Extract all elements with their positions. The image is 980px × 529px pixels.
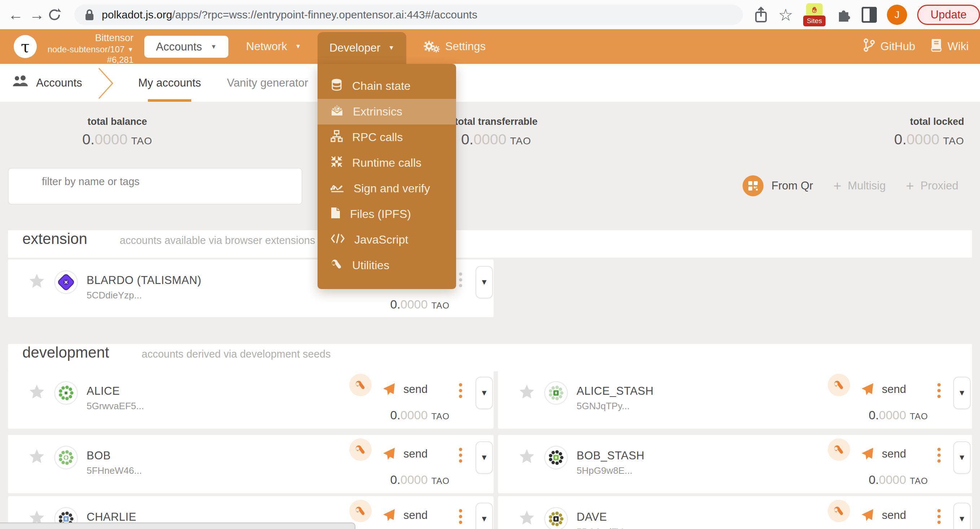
identicon[interactable] <box>54 381 78 405</box>
row-menu-dots[interactable] <box>459 383 462 398</box>
dev-wrench-icon <box>349 438 372 461</box>
row-menu-dots[interactable] <box>937 509 941 524</box>
menu-item-extrinsics[interactable]: Extrinsics <box>318 99 456 124</box>
account-address[interactable]: 5CDdieYzp... <box>87 290 142 301</box>
account-actions: From Qr + Multisig + Proxied <box>743 175 958 196</box>
chain-info[interactable]: Bittensor node-subtensor/107▼ #6,281 <box>40 32 134 65</box>
account-name[interactable]: BOB_STASH <box>577 449 644 462</box>
account-address[interactable]: 5FHneW46... <box>87 465 142 476</box>
favorite-star-icon[interactable] <box>519 511 535 527</box>
account-name[interactable]: CHARLIE <box>87 511 137 524</box>
menu-item-files-ipfs[interactable]: Files (IPFS) <box>318 201 456 227</box>
send-button[interactable]: send <box>860 447 906 461</box>
favorite-star-icon[interactable] <box>29 449 45 466</box>
nav-settings-label: Settings <box>445 40 486 53</box>
send-button[interactable]: send <box>860 382 906 396</box>
menu-item-runtime-calls[interactable]: Runtime calls <box>318 150 456 176</box>
paper-plane-icon <box>382 447 396 461</box>
menu-item-javascript[interactable]: JavaScript <box>318 227 456 253</box>
expand-caret-button[interactable]: ▼ <box>476 503 493 529</box>
send-button[interactable]: send <box>382 382 428 396</box>
proxied-button[interactable]: + Proxied <box>906 179 958 193</box>
account-name[interactable]: ALICE_STASH <box>577 385 654 398</box>
favorite-star-icon[interactable] <box>519 385 535 401</box>
github-link[interactable]: GitHub <box>863 29 915 64</box>
reload-icon[interactable] <box>47 8 68 22</box>
menu-item-label: Chain state <box>352 80 410 93</box>
bittensor-logo[interactable]: τ <box>14 35 37 58</box>
tab-my-accounts[interactable]: My accounts <box>138 64 201 102</box>
account-name[interactable]: ALICE <box>87 385 120 398</box>
account-name[interactable]: BOB <box>87 449 111 462</box>
favorite-star-icon[interactable] <box>519 449 535 466</box>
proxied-label: Proxied <box>921 179 958 192</box>
account-address[interactable]: 5GrwvaEF5... <box>87 400 144 412</box>
send-button[interactable]: send <box>382 508 428 522</box>
send-button[interactable]: send <box>860 508 906 522</box>
section-description: accounts derived via development seeds <box>142 348 331 360</box>
row-menu-dots[interactable] <box>937 383 941 398</box>
back-icon[interactable]: ← <box>5 7 26 22</box>
identicon[interactable] <box>544 381 568 405</box>
account-balance: 0.0000TAO <box>869 408 928 422</box>
row-menu-dots[interactable] <box>459 272 462 287</box>
qr-icon <box>743 175 764 196</box>
address-bar[interactable]: polkadot.js.org/apps/?rpc=wss://entrypoi… <box>74 5 743 25</box>
nav-developer-button[interactable]: Developer▼ <box>318 32 406 64</box>
account-name[interactable]: BLARDO (TALISMAN) <box>87 274 201 287</box>
identicon[interactable] <box>54 270 78 294</box>
nav-settings-button[interactable]: Settings <box>423 29 486 64</box>
extensions-puzzle-icon[interactable] <box>836 7 851 23</box>
tab-vanity-generator[interactable]: Vanity generator <box>227 64 308 102</box>
expand-caret-button[interactable]: ▼ <box>953 441 970 474</box>
nav-accounts-button[interactable]: Accounts▼ <box>144 36 228 58</box>
forward-icon[interactable]: → <box>26 7 48 22</box>
multisig-button[interactable]: + Multisig <box>833 179 886 193</box>
row-menu-dots[interactable] <box>459 509 462 524</box>
identicon[interactable] <box>544 446 568 470</box>
identicon[interactable] <box>544 507 568 529</box>
paper-plane-icon <box>860 508 875 522</box>
account-address[interactable]: 5GNJqTPy... <box>577 400 630 412</box>
update-browser-button[interactable]: Update <box>917 5 980 25</box>
identicon[interactable] <box>54 446 78 470</box>
bookmark-star-icon[interactable]: ☆ <box>778 6 793 23</box>
from-qr-button[interactable]: From Qr <box>743 175 813 196</box>
menu-item-rpc-calls[interactable]: RPC calls <box>318 124 456 150</box>
menu-item-sign-and-verify[interactable]: Sign and verify <box>318 176 456 201</box>
screen: ← → polkadot.js.org/apps/?rpc=wss://entr… <box>0 0 980 529</box>
menu-item-label: JavaScript <box>354 233 408 247</box>
send-label: send <box>403 448 428 460</box>
nav-network-button[interactable]: Network▼ <box>246 29 301 64</box>
row-menu-dots[interactable] <box>937 448 941 463</box>
row-menu-dots[interactable] <box>459 448 462 463</box>
chevron-down-icon: ▼ <box>211 43 217 51</box>
expand-caret-button[interactable]: ▼ <box>953 377 970 409</box>
account-name[interactable]: DAVE <box>577 511 607 524</box>
favorite-star-icon[interactable] <box>29 385 45 401</box>
send-button[interactable]: send <box>382 447 428 461</box>
filter-input[interactable] <box>9 169 302 204</box>
expand-caret-button[interactable]: ▼ <box>953 503 970 529</box>
account-address[interactable]: 5DAAnrj7V... <box>577 526 630 529</box>
account-address[interactable]: 5HpG9w8E... <box>577 465 633 476</box>
profile-avatar[interactable]: J <box>887 5 907 25</box>
favorite-star-icon[interactable] <box>29 274 45 290</box>
chevron-separator-icon <box>97 67 115 101</box>
expand-caret-button[interactable]: ▼ <box>476 441 493 474</box>
sidebar-icon[interactable] <box>862 7 877 23</box>
section-title: development <box>22 344 109 361</box>
wiki-link[interactable]: Wiki <box>930 29 969 64</box>
share-icon[interactable] <box>754 6 768 23</box>
expand-caret-button[interactable]: ▼ <box>476 266 493 298</box>
plus-icon: + <box>833 179 841 193</box>
menu-item-chain-state[interactable]: Chain state <box>318 73 456 99</box>
dev-wrench-icon <box>349 500 372 522</box>
menu-item-utilities[interactable]: Utilities <box>318 253 456 278</box>
sites-extension-icon[interactable]: ✋︎ Sites <box>803 3 826 26</box>
expand-caret-button[interactable]: ▼ <box>476 377 493 409</box>
nav-developer-label: Developer <box>329 41 380 54</box>
send-label: send <box>403 383 428 396</box>
filter-field[interactable]: filter by name or tags <box>8 168 302 205</box>
multisig-label: Multisig <box>848 179 886 192</box>
